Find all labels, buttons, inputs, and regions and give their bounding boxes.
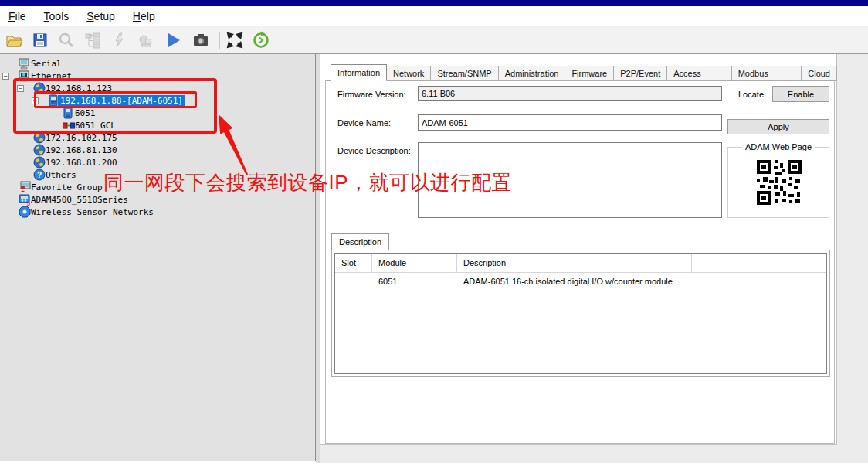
adam-web-page-title: ADAM Web Page: [742, 142, 815, 151]
locate-enable-button[interactable]: Enable: [772, 86, 829, 102]
adam-web-page-group: ADAM Web Page: [727, 147, 829, 218]
toolbar-separator: [219, 32, 220, 49]
tree-item-adam4500-5510series[interactable]: 5ADAM4500_5510Series: [0, 193, 313, 206]
module-list: SlotModuleDescription 6051ADAM-6051 16-c…: [334, 253, 827, 374]
module-list-body: 6051ADAM-6051 16-ch isolated digital I/O…: [335, 273, 826, 290]
tree-item-6051[interactable]: 6051: [0, 107, 313, 119]
tree-expander[interactable]: −: [17, 85, 24, 92]
tab-network[interactable]: Network: [386, 66, 431, 81]
tree-item-172-16-102-175[interactable]: 172.16.102.175: [0, 131, 313, 144]
tree-item-192-168-1-88-adam-6051-[interactable]: −192.168.1.88-[ADAM-6051]: [0, 94, 313, 107]
lightning-icon: [110, 31, 128, 49]
module-row[interactable]: 6051ADAM-6051 16-ch isolated digital I/O…: [335, 273, 826, 290]
device-description-field[interactable]: [418, 142, 722, 218]
tab-access-control[interactable]: Access Control: [666, 66, 731, 81]
tab-p2p-event[interactable]: P2P/Event: [613, 66, 667, 81]
locate-label: Locate: [738, 90, 764, 99]
menu-file[interactable]: File: [8, 10, 26, 22]
svg-text:?: ?: [37, 171, 42, 179]
play-icon[interactable]: [164, 31, 182, 49]
module-list-header: SlotModuleDescription: [335, 254, 826, 273]
tab-cloud[interactable]: Cloud: [801, 66, 837, 81]
camera-icon[interactable]: [192, 31, 210, 49]
stamp-icon: [136, 31, 154, 49]
tree-item-ethernet[interactable]: −Ethernet: [0, 70, 313, 82]
cell-description: ADAM-6051 16-ch isolated digital I/O w/c…: [457, 273, 692, 290]
tree-item-192-168-81-200[interactable]: 192.168.81.200: [0, 156, 313, 169]
column-header-slot[interactable]: Slot: [335, 254, 372, 272]
apply-button[interactable]: Apply: [727, 119, 829, 134]
tree-item-serial[interactable]: Serial: [0, 57, 313, 70]
menu-help[interactable]: Help: [133, 10, 155, 22]
firmware-version-field[interactable]: [418, 86, 722, 101]
toolbar: [0, 26, 868, 54]
cell-module: 6051: [372, 273, 457, 290]
device-config-panel: InformationNetworkStream/SNMPAdministrat…: [320, 54, 837, 445]
tree-item-6051-gcl[interactable]: 6051 GCL: [0, 119, 313, 131]
tab-information[interactable]: Information: [331, 64, 387, 81]
tree-expander[interactable]: −: [32, 97, 39, 104]
menu-bar: FileToolsSetupHelp: [0, 6, 868, 26]
tree-item-192-168-81-130[interactable]: 192.168.81.130: [0, 144, 313, 156]
description-group: SlotModuleDescription 6051ADAM-6051 16-c…: [331, 250, 830, 377]
app-window: FileToolsSetupHelp Serial−Ethernet−192.1…: [0, 0, 868, 463]
tab-firmware[interactable]: Firmware: [565, 66, 614, 81]
description-tab[interactable]: Description: [331, 233, 389, 250]
device-name-label: Device Name:: [337, 118, 391, 128]
tab-stream-snmp[interactable]: Stream/SNMP: [430, 66, 498, 81]
topology-icon: [83, 31, 102, 49]
cell-slot: [335, 273, 372, 290]
tree-item-192-168-1-123[interactable]: −192.168.1.123: [0, 82, 313, 94]
column-header-description[interactable]: Description: [457, 254, 692, 272]
refresh-icon[interactable]: [252, 31, 270, 49]
device-name-field[interactable]: [418, 114, 722, 131]
qr-code[interactable]: [757, 160, 802, 205]
tab-modbus-address[interactable]: Modbus Address: [731, 66, 802, 81]
tree-item-favorite-group[interactable]: Favorite Group: [0, 181, 313, 193]
menu-tools[interactable]: Tools: [44, 10, 70, 22]
save-icon[interactable]: [31, 31, 49, 49]
search-icon: [57, 31, 76, 49]
expand-icon[interactable]: [225, 31, 244, 49]
title-bar: [0, 0, 868, 6]
tab-administration[interactable]: Administration: [498, 66, 566, 81]
firmware-version-label: Firmware Version:: [337, 90, 406, 99]
device-description-label: Device Description:: [337, 146, 411, 155]
tree-expander[interactable]: −: [2, 73, 9, 80]
open-folder-icon[interactable]: [5, 31, 23, 49]
menu-setup[interactable]: Setup: [86, 10, 115, 22]
config-tabstrip: InformationNetworkStream/SNMPAdministrat…: [331, 64, 836, 81]
tree-item-others[interactable]: ?Others: [0, 169, 313, 181]
tree-item-wireless-sensor-networks[interactable]: Wireless Sensor Networks: [0, 206, 313, 218]
column-header-module[interactable]: Module: [372, 254, 457, 272]
device-tree-panel: Serial−Ethernet−192.168.1.123−192.168.1.…: [0, 54, 316, 461]
